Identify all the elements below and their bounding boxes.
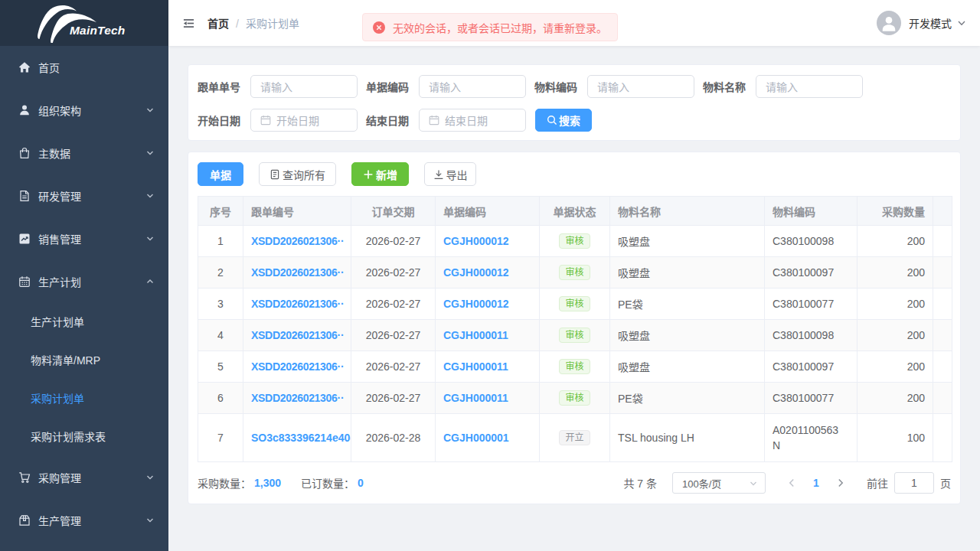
svg-text:MainTech: MainTech [70,24,126,37]
